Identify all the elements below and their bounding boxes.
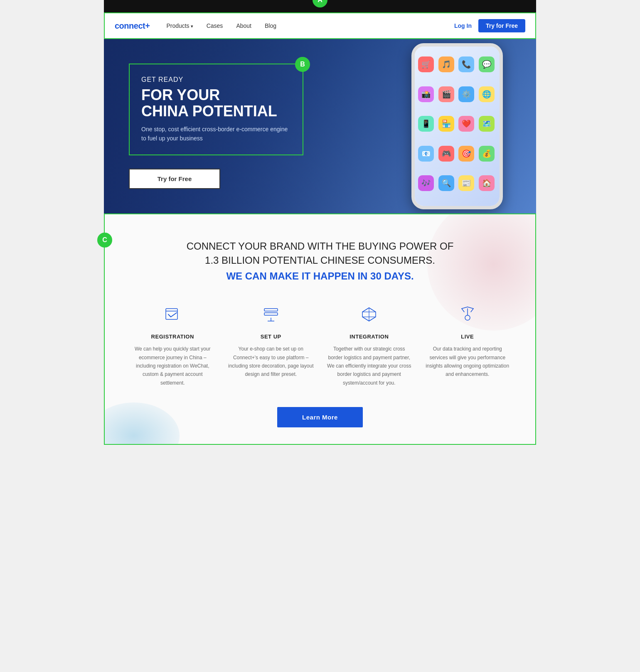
registration-icon <box>130 303 216 326</box>
hero-headline: FOR YOURCHINA POTENTIAL <box>141 87 289 120</box>
annotation-c: C <box>97 233 112 248</box>
app-icon: ❤️ <box>458 116 474 132</box>
svg-rect-3 <box>264 313 278 315</box>
app-icon: 🔍 <box>438 175 454 191</box>
feature-setup: SET UP Your e-shop can be set up on Conn… <box>228 303 314 387</box>
nav-links: Products Cases About Blog <box>166 22 454 29</box>
registration-desc: We can help you quickly start your ecomm… <box>130 345 216 387</box>
setup-icon <box>228 303 314 326</box>
hero-section: 🛒 🎵 📞 💬 📸 🎬 ⚙️ 🌐 📱 🏪 ❤️ 🗺️ 📧 🎮 🎯 💰 <box>104 39 536 213</box>
svg-point-10 <box>465 315 470 320</box>
hero-content: B GET READY FOR YOURCHINA POTENTIAL One … <box>104 47 328 206</box>
app-icon: 🎵 <box>438 56 454 72</box>
annotation-b: B <box>295 57 310 72</box>
hero-subtext: One stop, cost efficient cross-border e-… <box>141 125 289 143</box>
feature-live: LIVE Our data tracking and reporting ser… <box>425 303 511 387</box>
app-icon: 🌐 <box>479 86 495 102</box>
integration-desc: Together with our strategic cross border… <box>326 345 412 387</box>
nav-blog[interactable]: Blog <box>265 22 276 29</box>
svg-rect-2 <box>264 309 278 311</box>
app-icon: 📰 <box>458 175 474 191</box>
registration-title: REGISTRATION <box>130 334 216 340</box>
learn-more-wrapper: Learn More <box>130 407 510 427</box>
learn-more-button[interactable]: Learn More <box>277 407 363 427</box>
app-icon: 📧 <box>418 146 434 162</box>
app-icon: 📸 <box>418 86 434 102</box>
headline-line1: CONNECT YOUR BRAND WITH THE BUYING POWER… <box>130 239 510 267</box>
app-icon: 🎬 <box>438 86 454 102</box>
section-c: CONNECT YOUR BRAND WITH THE BUYING POWER… <box>105 214 535 444</box>
section-headline: CONNECT YOUR BRAND WITH THE BUYING POWER… <box>130 239 510 282</box>
logo-text: connect <box>115 21 145 30</box>
phone-screen: 🛒 🎵 📞 💬 📸 🎬 ⚙️ 🌐 📱 🏪 ❤️ 🗺️ 📧 🎮 🎯 💰 <box>415 47 500 206</box>
hero-eyebrow: GET READY <box>141 76 289 83</box>
app-icon: 🗺️ <box>479 116 495 132</box>
setup-svg <box>262 305 280 324</box>
app-icon: 🏠 <box>479 175 495 191</box>
app-icon: 💬 <box>479 56 495 72</box>
live-svg <box>458 305 477 324</box>
app-icon: 🎮 <box>438 146 454 162</box>
hero-try-button[interactable]: Try for Free <box>129 169 220 189</box>
registration-svg <box>163 305 182 324</box>
hero-box: B GET READY FOR YOURCHINA POTENTIAL One … <box>129 64 303 156</box>
integration-icon <box>326 303 412 326</box>
live-icon <box>425 303 511 326</box>
try-free-nav-button[interactable]: Try for Free <box>478 19 525 32</box>
nav-products[interactable]: Products <box>166 22 193 29</box>
headline-highlight: 30 DAYS. <box>370 270 414 282</box>
feature-integration: INTEGRATION Together with our strategic … <box>326 303 412 387</box>
app-icon: 🏪 <box>438 116 454 132</box>
setup-title: SET UP <box>228 334 314 340</box>
live-desc: Our data tracking and reporting services… <box>425 345 511 379</box>
hero-phone: 🛒 🎵 📞 💬 📸 🎬 ⚙️ 🌐 📱 🏪 ❤️ 🗺️ 📧 🎮 🎯 💰 <box>411 43 503 209</box>
app-icon: 📞 <box>458 56 474 72</box>
live-title: LIVE <box>425 334 511 340</box>
app-icon: 🎯 <box>458 146 474 162</box>
navbar-wrapper: connect+ Products Cases About Blog Log I… <box>104 12 536 39</box>
nav-cases[interactable]: Cases <box>207 22 223 29</box>
section-c-wrapper: C CONNECT YOUR BRAND WITH THE BUYING POW… <box>104 213 536 445</box>
integration-title: INTEGRATION <box>326 334 412 340</box>
app-icon: 🛒 <box>418 56 434 72</box>
logo-plus: + <box>145 21 150 30</box>
feature-registration: REGISTRATION We can help you quickly sta… <box>130 303 216 387</box>
headline-bold: WE CAN MAKE IT HAPPEN IN 30 DAYS. <box>130 270 510 282</box>
navbar: connect+ Products Cases About Blog Log I… <box>105 13 535 38</box>
app-icon: 💰 <box>479 146 495 162</box>
features-grid: REGISTRATION We can help you quickly sta… <box>130 303 510 387</box>
svg-rect-0 <box>166 309 177 319</box>
logo[interactable]: connect+ <box>115 21 150 31</box>
integration-svg <box>360 305 378 324</box>
nav-actions: Log In Try for Free <box>454 19 525 32</box>
setup-desc: Your e-shop can be set up on Connect+'s … <box>228 345 314 379</box>
app-icon: ⚙️ <box>458 86 474 102</box>
nav-about[interactable]: About <box>236 22 251 29</box>
app-icon: 🎶 <box>418 175 434 191</box>
login-button[interactable]: Log In <box>454 22 472 29</box>
app-icon: 📱 <box>418 116 434 132</box>
